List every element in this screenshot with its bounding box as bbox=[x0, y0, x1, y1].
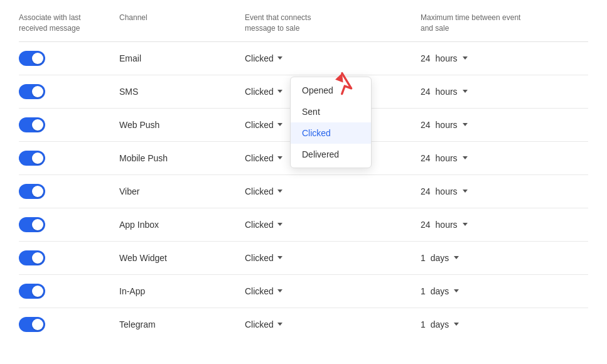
max-time-value: 1 bbox=[421, 319, 426, 329]
attribution-table: Associate with last received message Cha… bbox=[19, 13, 588, 341]
channel-name: Web Push bbox=[119, 120, 245, 130]
toggle-switch[interactable] bbox=[19, 250, 45, 265]
toggle-switch[interactable] bbox=[19, 317, 45, 332]
table-row: In-AppClicked1days bbox=[19, 275, 588, 308]
event-value: Clicked bbox=[245, 153, 274, 163]
chevron-down-icon[interactable] bbox=[463, 123, 468, 126]
event-cell: Clicked bbox=[245, 286, 421, 296]
event-value: Clicked bbox=[245, 319, 274, 329]
event-select[interactable]: Clicked bbox=[245, 319, 282, 329]
event-select[interactable]: Clicked bbox=[245, 253, 282, 263]
max-time-cell: 24hours bbox=[421, 153, 571, 163]
max-time-unit: days bbox=[431, 253, 449, 263]
dropdown-item[interactable]: Clicked bbox=[291, 122, 371, 144]
chevron-down-icon bbox=[277, 56, 282, 60]
max-time-unit: hours bbox=[436, 87, 458, 97]
max-time-unit: days bbox=[431, 286, 449, 296]
event-select[interactable]: Clicked bbox=[245, 87, 282, 97]
max-time-value: 1 bbox=[421, 286, 426, 296]
toggle-switch[interactable] bbox=[19, 51, 45, 66]
chevron-down-icon[interactable] bbox=[463, 223, 468, 226]
event-select[interactable]: Clicked bbox=[245, 153, 282, 163]
table-row: Web WidgetClicked1days bbox=[19, 242, 588, 275]
max-time-cell: 1days bbox=[421, 253, 571, 263]
max-time-unit: hours bbox=[436, 53, 458, 63]
event-value: Clicked bbox=[245, 87, 274, 97]
event-cell: Clicked bbox=[245, 319, 421, 329]
max-time-cell: 24hours bbox=[421, 220, 571, 230]
header-associate: Associate with last received message bbox=[19, 13, 119, 34]
channel-name: Telegram bbox=[119, 319, 245, 329]
max-time-value: 24 bbox=[421, 220, 431, 230]
event-cell: Clicked bbox=[245, 53, 421, 63]
toggle-switch[interactable] bbox=[19, 151, 45, 166]
max-time-value: 24 bbox=[421, 186, 431, 196]
event-select[interactable]: Clicked bbox=[245, 53, 282, 63]
max-time-unit: days bbox=[431, 319, 449, 329]
table-row: TelegramClicked1days bbox=[19, 308, 588, 341]
max-time-cell: 24hours bbox=[421, 186, 571, 196]
event-value: Clicked bbox=[245, 220, 274, 230]
event-value: Clicked bbox=[245, 53, 274, 63]
event-cell: Clicked bbox=[245, 186, 421, 196]
channel-name: Viber bbox=[119, 186, 245, 196]
max-time-cell: 1days bbox=[421, 286, 571, 296]
event-value: Clicked bbox=[245, 286, 274, 296]
chevron-down-icon bbox=[277, 223, 282, 226]
max-time-unit: hours bbox=[436, 120, 458, 130]
channel-name: In-App bbox=[119, 286, 245, 296]
dropdown-item[interactable]: Delivered bbox=[291, 144, 371, 165]
table-row: ViberClicked24hours bbox=[19, 175, 588, 208]
channel-name: Mobile Push bbox=[119, 153, 245, 163]
table-row: EmailClicked24hours bbox=[19, 42, 588, 75]
event-value: Clicked bbox=[245, 120, 274, 130]
event-select[interactable]: Clicked bbox=[245, 220, 282, 230]
toggle-switch[interactable] bbox=[19, 217, 45, 232]
chevron-down-icon[interactable] bbox=[454, 323, 459, 326]
table-row: App InboxClicked24hours bbox=[19, 208, 588, 242]
chevron-down-icon[interactable] bbox=[463, 190, 468, 193]
event-value: Clicked bbox=[245, 253, 274, 263]
chevron-down-icon bbox=[277, 190, 282, 193]
chevron-down-icon bbox=[277, 289, 282, 292]
max-time-value: 24 bbox=[421, 87, 431, 97]
header-channel: Channel bbox=[119, 13, 245, 34]
header-event: Event that connects message to sale bbox=[245, 13, 421, 34]
max-time-cell: 24hours bbox=[421, 120, 571, 130]
chevron-down-icon[interactable] bbox=[454, 289, 459, 292]
table-header: Associate with last received message Cha… bbox=[19, 13, 588, 42]
channel-name: SMS bbox=[119, 87, 245, 97]
max-time-value: 24 bbox=[421, 53, 431, 63]
max-time-value: 1 bbox=[421, 253, 426, 263]
arrow-pointer bbox=[333, 72, 358, 99]
chevron-down-icon bbox=[277, 323, 282, 326]
chevron-down-icon[interactable] bbox=[463, 156, 468, 159]
chevron-down-icon bbox=[277, 123, 282, 126]
dropdown-item[interactable]: Sent bbox=[291, 101, 371, 122]
event-cell: Clicked bbox=[245, 253, 421, 263]
chevron-down-icon bbox=[277, 256, 282, 259]
chevron-down-icon[interactable] bbox=[454, 256, 459, 259]
toggle-switch[interactable] bbox=[19, 84, 45, 99]
max-time-cell: 24hours bbox=[421, 87, 571, 97]
max-time-value: 24 bbox=[421, 153, 431, 163]
chevron-down-icon[interactable] bbox=[463, 56, 468, 60]
chevron-down-icon[interactable] bbox=[463, 90, 468, 93]
toggle-switch[interactable] bbox=[19, 117, 45, 132]
toggle-switch[interactable] bbox=[19, 284, 45, 299]
chevron-down-icon bbox=[277, 90, 282, 93]
event-select[interactable]: Clicked bbox=[245, 286, 282, 296]
max-time-unit: hours bbox=[436, 186, 458, 196]
channel-name: Web Widget bbox=[119, 253, 245, 263]
header-maxtime: Maximum time between event and sale bbox=[421, 13, 571, 34]
toggle-switch[interactable] bbox=[19, 184, 45, 199]
max-time-unit: hours bbox=[436, 220, 458, 230]
chevron-down-icon bbox=[277, 156, 282, 159]
channel-name: App Inbox bbox=[119, 220, 245, 230]
event-cell: Clicked bbox=[245, 220, 421, 230]
max-time-cell: 1days bbox=[421, 319, 571, 329]
channel-name: Email bbox=[119, 53, 245, 63]
event-select[interactable]: Clicked bbox=[245, 186, 282, 196]
event-select[interactable]: Clicked bbox=[245, 120, 282, 130]
max-time-unit: hours bbox=[436, 153, 458, 163]
